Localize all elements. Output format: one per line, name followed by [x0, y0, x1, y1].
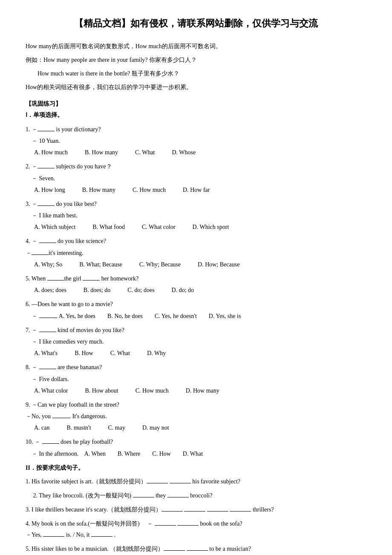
q3-options: A. Which subject B. What food C. What co…	[34, 222, 366, 232]
part2-q2: 2. They like broccoli. (改为一般疑问句) they br…	[26, 490, 366, 501]
question-2: 2. － subjects do you have？ － Seven. A. H…	[26, 161, 366, 195]
part2-title: II．按要求完成句子。	[26, 464, 366, 472]
page: 【精品文档】如有侵权，请联系网站删除，仅供学习与交流 How many的后面用可…	[0, 0, 392, 555]
q1-options: A. How much B. How many C. What D. Whose	[34, 147, 366, 158]
q5-options: A. does; does B. does; do C. do; does D.…	[34, 285, 366, 295]
section-header: 【巩固练习】	[26, 100, 366, 108]
question-7: 7. － kind of movies do you like? － I lik…	[26, 325, 366, 359]
question-5: 5. When the girl her homework? A. does; …	[26, 273, 366, 295]
part2-q3: 3. I like thrillers because it's scary.（…	[26, 504, 366, 515]
q9-options: A. can B. mustn't C. may D. may not	[34, 422, 366, 433]
q2-options: A. How long B. How many C. How much D. H…	[34, 185, 366, 195]
intro-section: How many的后面用可数名词的复数形式，How much的后面用不可数名词。…	[26, 40, 366, 93]
question-3: 3. － do you like best? － I like math bes…	[26, 199, 366, 233]
q4-options: A. Why; So B. What; Because C. Why; Beca…	[34, 259, 366, 270]
intro-line4: How的相关词组还有很多，我们在以后的学习中要进一步积累。	[26, 81, 366, 93]
question-6: 6. —Does he want to go to a movie? － . A…	[26, 299, 366, 321]
part1-title: Ⅰ．单项选择。	[26, 111, 366, 119]
part2-q1: 1. His favorite subject is art.（就划线部分提问）…	[26, 476, 366, 487]
question-8: 8. － are these bananas? － Five dollars. …	[26, 362, 366, 396]
intro-line1: How many的后面用可数名词的复数形式，How much的后面用不可数名词。	[26, 40, 366, 52]
part2-q4: 4. My book is on the sofa.(一般疑问句并回答) － b…	[26, 518, 366, 540]
question-1: 1. － is your dictionary? － 10 Yuan. A. H…	[26, 124, 366, 158]
question-9: 9. －Can we play football in the street? …	[26, 399, 366, 434]
q1-answer: － 10 Yuan.	[26, 138, 60, 144]
intro-line3: How much water is there in the bottle? 瓶…	[26, 68, 366, 80]
q1-stem: 1. － is your dictionary?	[26, 126, 101, 133]
q7-options: A. What's B. How C. What D. Why	[34, 348, 366, 358]
intro-line2: 例如：How many people are there in your fam…	[26, 54, 366, 66]
question-4: 4. － do you like science? －it's interest…	[26, 236, 366, 270]
page-title: 【精品文档】如有侵权，请联系网站删除，仅供学习与交流	[26, 17, 366, 30]
part2-q5: 5. His sister likes to be a musician. （就…	[26, 543, 366, 554]
q8-options: A. What color B. How about C. How much D…	[34, 385, 366, 396]
question-10: 10. － does he play football? － In the af…	[26, 436, 366, 459]
